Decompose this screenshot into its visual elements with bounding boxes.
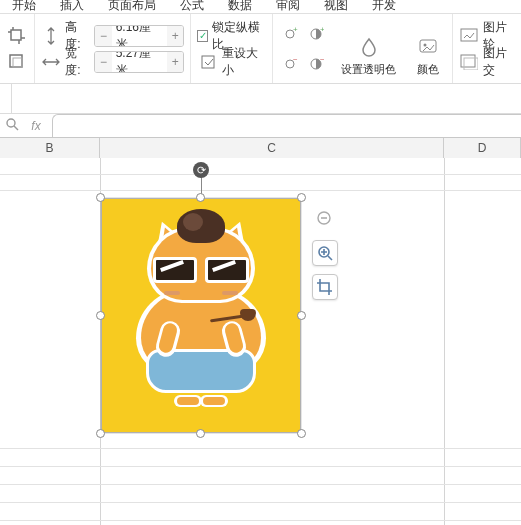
- resize-handle-l[interactable]: [96, 311, 105, 320]
- droplet-icon: [357, 36, 381, 60]
- svg-text:−: −: [293, 56, 298, 64]
- svg-rect-2: [13, 58, 22, 67]
- lock-ratio-checkbox[interactable]: ✓: [197, 30, 208, 42]
- set-transparency-label: 设置透明色: [341, 62, 396, 77]
- floating-picture-tools: [312, 206, 338, 300]
- brightness-up-icon[interactable]: +: [279, 23, 301, 45]
- formula-bar: fx: [0, 114, 521, 138]
- col-header-B[interactable]: B: [0, 138, 100, 158]
- tab-formula[interactable]: 公式: [168, 0, 216, 10]
- width-label: 宽度:: [65, 45, 90, 79]
- cartoon-cat-image: [102, 199, 300, 432]
- zoom-out-button[interactable]: [312, 206, 338, 232]
- gridline: [0, 466, 521, 467]
- tab-review[interactable]: 审阅: [264, 0, 312, 10]
- group-size: 高度: − 6.16厘米 + 宽度: − 5.27厘米 +: [35, 14, 191, 83]
- col-header-D[interactable]: D: [444, 138, 521, 158]
- resize-handle-tl[interactable]: [96, 193, 105, 202]
- svg-rect-0: [11, 30, 21, 40]
- svg-point-17: [7, 119, 15, 127]
- name-box-zoom-icon[interactable]: [0, 117, 24, 134]
- rotate-handle[interactable]: ⟳: [193, 162, 209, 178]
- svg-rect-3: [202, 56, 214, 68]
- crop-alt-icon[interactable]: [6, 51, 28, 73]
- svg-rect-1: [10, 55, 22, 67]
- tab-view[interactable]: 视图: [312, 0, 360, 10]
- gridline: [0, 190, 521, 191]
- gridline: [0, 448, 521, 449]
- formula-input[interactable]: [52, 114, 521, 137]
- height-icon: [41, 25, 61, 47]
- picture-effect-icon[interactable]: [459, 51, 479, 73]
- height-value[interactable]: 6.16厘米: [112, 25, 167, 47]
- contrast-up-icon[interactable]: +: [305, 23, 327, 45]
- color-button[interactable]: 颜色: [410, 19, 446, 79]
- set-transparency-button[interactable]: 设置透明色: [335, 19, 402, 79]
- resize-handle-t[interactable]: [196, 193, 205, 202]
- color-label: 颜色: [417, 62, 439, 77]
- quick-bar: [0, 84, 521, 114]
- svg-rect-15: [461, 55, 475, 67]
- gridline: [0, 484, 521, 485]
- svg-text:+: +: [293, 26, 298, 34]
- svg-text:+: +: [320, 26, 324, 34]
- fx-icon[interactable]: fx: [24, 119, 48, 133]
- contrast-down-icon[interactable]: −: [305, 53, 327, 75]
- ribbon-tabs: 开始 插入 页面布局 公式 数据 审阅 视图 开发: [0, 0, 521, 14]
- tab-insert[interactable]: 插入: [48, 0, 96, 10]
- col-header-C[interactable]: C: [100, 138, 444, 158]
- width-stepper[interactable]: − 5.27厘米 +: [94, 51, 184, 73]
- width-increase[interactable]: +: [167, 52, 183, 72]
- tab-layout[interactable]: 页面布局: [96, 0, 168, 10]
- resize-handle-bl[interactable]: [96, 429, 105, 438]
- tab-dev[interactable]: 开发: [360, 0, 408, 10]
- group-adjust: + + − − 设置透明色 颜色: [273, 14, 453, 83]
- group-lock: ✓ 锁定纵横比 重设大小: [191, 14, 273, 83]
- gridline: [0, 520, 521, 521]
- resize-handle-r[interactable]: [297, 311, 306, 320]
- ribbon: 高度: − 6.16厘米 + 宽度: − 5.27厘米 + ✓ 锁定纵横比: [0, 14, 521, 84]
- crop-icon[interactable]: [6, 25, 28, 47]
- reset-size-label[interactable]: 重设大小: [222, 45, 266, 79]
- resize-handle-br[interactable]: [297, 429, 306, 438]
- picture-effect-label[interactable]: 图片交: [483, 45, 515, 79]
- resize-handle-b[interactable]: [196, 429, 205, 438]
- selected-picture[interactable]: ⟳: [101, 198, 301, 433]
- crop-tool-button[interactable]: [312, 274, 338, 300]
- brightness-down-icon[interactable]: −: [279, 53, 301, 75]
- height-decrease[interactable]: −: [95, 26, 111, 46]
- gridline: [444, 158, 445, 525]
- picture-content[interactable]: [101, 198, 301, 433]
- group-crop: [0, 14, 35, 83]
- palette-icon: [416, 36, 440, 60]
- width-value[interactable]: 5.27厘米: [112, 51, 167, 73]
- change-picture-icon[interactable]: [459, 25, 479, 47]
- gridline: [0, 174, 521, 175]
- height-increase[interactable]: +: [167, 26, 183, 46]
- height-stepper[interactable]: − 6.16厘米 +: [94, 25, 184, 47]
- svg-rect-16: [464, 58, 478, 70]
- tab-start[interactable]: 开始: [0, 0, 48, 10]
- worksheet[interactable]: B C D ⟳: [0, 138, 521, 525]
- reset-size-icon[interactable]: [197, 51, 217, 73]
- svg-point-13: [424, 43, 427, 46]
- width-decrease[interactable]: −: [95, 52, 111, 72]
- resize-handle-tr[interactable]: [297, 193, 306, 202]
- cells-grid[interactable]: ⟳: [0, 158, 521, 525]
- svg-rect-14: [461, 29, 477, 41]
- zoom-in-button[interactable]: [312, 240, 338, 266]
- tab-data[interactable]: 数据: [216, 0, 264, 10]
- column-headers: B C D: [0, 138, 521, 158]
- svg-text:−: −: [320, 56, 324, 64]
- gridline: [0, 502, 521, 503]
- width-icon: [41, 51, 61, 73]
- group-picture: 图片轮 图片交: [453, 14, 521, 83]
